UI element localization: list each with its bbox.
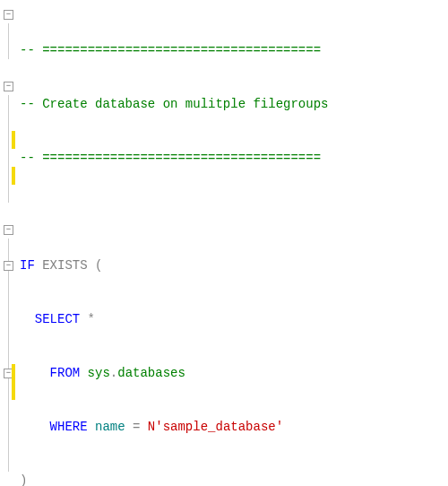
fold-minus-icon[interactable]: − bbox=[4, 261, 13, 271]
change-marker bbox=[12, 167, 15, 185]
code-line[interactable]: SELECT * bbox=[20, 310, 388, 328]
code-line[interactable]: IF EXISTS ( bbox=[20, 256, 388, 274]
code-line[interactable] bbox=[20, 203, 388, 221]
change-marker bbox=[12, 364, 15, 382]
code-line[interactable]: -- Create database on mulitple filegroup… bbox=[20, 95, 388, 113]
fold-minus-icon[interactable]: − bbox=[4, 225, 13, 235]
change-marker bbox=[12, 382, 15, 400]
gutter: − − − − − bbox=[0, 0, 18, 486]
code-editor[interactable]: − − − − − -- ===========================… bbox=[0, 0, 448, 486]
fold-minus-icon[interactable]: − bbox=[4, 82, 13, 91]
change-marker bbox=[12, 131, 15, 149]
code-line[interactable]: -- ===================================== bbox=[20, 41, 388, 59]
fold-minus-icon[interactable]: − bbox=[4, 10, 13, 20]
code-line[interactable]: -- ===================================== bbox=[20, 149, 388, 167]
code-line[interactable]: WHERE name = N'sample_database' bbox=[20, 418, 388, 436]
code-area[interactable]: -- =====================================… bbox=[18, 0, 388, 486]
code-line[interactable]: ) bbox=[20, 472, 388, 486]
code-line[interactable]: FROM sys.databases bbox=[20, 364, 388, 382]
